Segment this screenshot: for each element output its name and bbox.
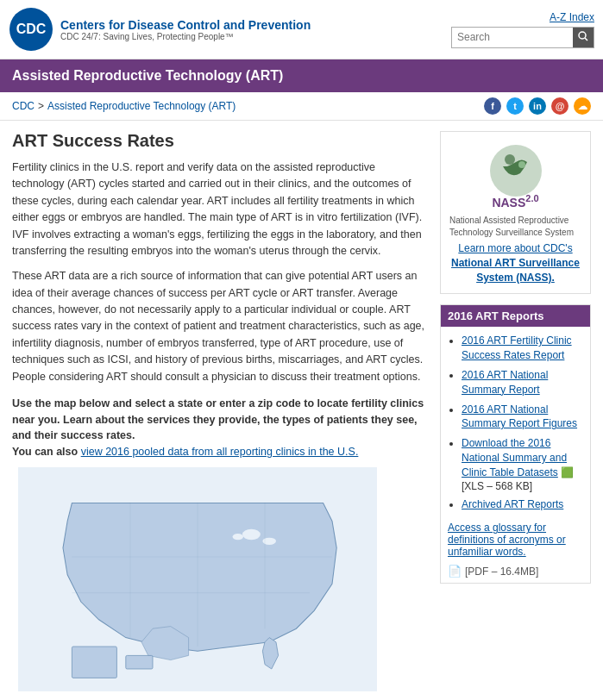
cdc-logo-area: CDC Centers for Disease Control and Prev…: [9, 7, 311, 52]
intro-paragraph-2: These ART data are a rich source of info…: [12, 268, 428, 385]
search-bar: [451, 27, 594, 48]
breadcrumb-home[interactable]: CDC: [12, 100, 35, 112]
pdf-size: [PDF – 16.4MB]: [465, 566, 538, 578]
xls-size: [XLS – 568 KB]: [462, 480, 532, 492]
art-reports-list: 2016 ART Fertility Clinic Success Rates …: [441, 327, 590, 522]
svg-rect-13: [72, 647, 116, 678]
social-icons: f t in @ ☁: [484, 97, 591, 115]
pdf-icon: 📄: [448, 565, 462, 578]
svg-point-2: [579, 32, 586, 39]
map-container: Territories PR Select a State Alaska Ala…: [12, 467, 428, 700]
twitter-icon[interactable]: t: [506, 97, 524, 115]
nass-logo-text: NASS2.0: [477, 193, 555, 209]
list-item: Archived ART Reports: [462, 497, 583, 512]
art-report-link-1[interactable]: 2016 ART Fertility Clinic Success Rates …: [462, 334, 572, 361]
svg-rect-14: [126, 655, 153, 669]
svg-point-7: [233, 534, 243, 540]
svg-text:CDC: CDC: [16, 22, 47, 36]
list-item: 2016 ART National Summary Report: [462, 368, 583, 397]
svg-point-18: [505, 154, 515, 165]
cdc-logo-text: Centers for Disease Control and Preventi…: [60, 18, 311, 41]
breadcrumb: CDC > Assisted Reproductive Technology (…: [12, 100, 236, 112]
art-report-link-3[interactable]: 2016 ART National Summary Report Figures: [462, 403, 577, 430]
list-item: 2016 ART Fertility Clinic Success Rates …: [462, 334, 583, 363]
nass-box: NASS2.0 National Assisted ReproductiveTe…: [440, 131, 591, 294]
search-button[interactable]: [573, 28, 594, 47]
rss-icon[interactable]: ☁: [574, 97, 591, 115]
email-icon[interactable]: @: [551, 97, 568, 115]
art-reports-header: 2016 ART Reports: [441, 305, 590, 327]
svg-line-3: [585, 38, 587, 41]
breadcrumb-separator: >: [38, 100, 44, 112]
nass-learn-more-link[interactable]: Learn more about CDC's National ART Surv…: [451, 242, 580, 284]
left-column: ART Success Rates Fertility clinics in t…: [12, 131, 428, 700]
glossary-section: Access a glossary for definitions of acr…: [441, 522, 590, 563]
banner-title: Assisted Reproductive Technology (ART): [12, 68, 283, 83]
xls-icon: 🟩: [561, 466, 574, 478]
nass-logo-area: NASS2.0: [477, 141, 555, 209]
page-title: ART Success Rates: [12, 131, 428, 151]
cta-prefix: You can also: [12, 446, 81, 458]
call-to-action: Use the map below and select a state or …: [12, 396, 428, 460]
breadcrumb-current[interactable]: Assisted Reproductive Technology (ART): [47, 100, 236, 112]
svg-point-6: [262, 538, 276, 545]
cdc-logo-icon: CDC: [9, 7, 53, 52]
right-column: NASS2.0 National Assisted ReproductiveTe…: [440, 131, 591, 700]
intro-paragraph-1: Fertility clinics in the U.S. report and…: [12, 159, 428, 259]
az-index-link[interactable]: A-Z Index: [550, 11, 594, 23]
list-item: 2016 ART National Summary Report Figures: [462, 403, 583, 432]
pdf-note: 📄 [PDF – 16.4MB]: [441, 563, 590, 583]
main-content: ART Success Rates Fertility clinics in t…: [0, 121, 603, 700]
linkedin-icon[interactable]: in: [529, 97, 546, 115]
art-reports-box: 2016 ART Reports 2016 ART Fertility Clin…: [440, 304, 591, 584]
art-report-link-4[interactable]: Download the 2016 National Summary and C…: [462, 437, 567, 478]
svg-point-5: [242, 529, 261, 540]
nass-learn-more: Learn more about CDC's National ART Surv…: [449, 241, 581, 284]
pooled-data-link[interactable]: view 2016 pooled data from all reporting…: [81, 446, 359, 458]
list-item: Download the 2016 National Summary and C…: [462, 436, 583, 491]
us-map[interactable]: [12, 467, 383, 691]
search-icon: [578, 31, 588, 41]
facebook-icon[interactable]: f: [484, 97, 501, 115]
org-name: Centers for Disease Control and Preventi…: [60, 18, 311, 32]
breadcrumb-bar: CDC > Assisted Reproductive Technology (…: [0, 92, 603, 121]
org-sub: CDC 24/7: Saving Lives, Protecting Peopl…: [60, 32, 311, 41]
glossary-link[interactable]: Access a glossary for definitions of acr…: [448, 522, 566, 558]
header-right: A-Z Index: [451, 11, 594, 48]
art-report-link-2[interactable]: 2016 ART National Summary Report: [462, 369, 548, 396]
art-report-link-5[interactable]: Archived ART Reports: [462, 498, 563, 510]
search-input[interactable]: [452, 28, 573, 46]
svg-point-19: [518, 161, 525, 168]
nass-subtitle: National Assisted ReproductiveTechnology…: [449, 215, 581, 238]
purple-banner: Assisted Reproductive Technology (ART): [0, 59, 603, 92]
cta-text: Use the map below and select a state or …: [12, 397, 424, 442]
cdc-header: CDC Centers for Disease Control and Prev…: [0, 0, 603, 59]
